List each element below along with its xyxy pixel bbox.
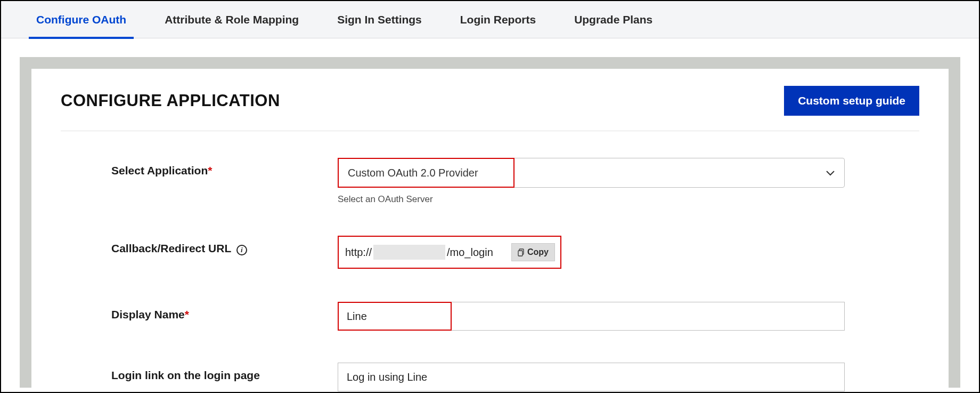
configure-application-card: CONFIGURE APPLICATION Custom setup guide… [31,69,949,389]
callback-url-box: http:// /mo_login Copy [338,236,561,269]
copy-icon [518,248,525,256]
info-icon[interactable]: i [236,245,247,255]
select-application-value: Custom OAuth 2.0 Provider [348,167,478,179]
tab-upgrade-plans[interactable]: Upgrade Plans [555,1,672,38]
svg-rect-1 [518,251,522,256]
tab-configure-oauth[interactable]: Configure OAuth [17,1,145,38]
callback-url-redacted [373,245,445,260]
callback-url-suffix: /mo_login [447,246,493,259]
callback-url-label: Callback/Redirect URL i [111,242,247,254]
select-application-label: Select Application* [111,164,212,177]
copy-button[interactable]: Copy [511,243,555,261]
display-name-label: Display Name* [111,308,189,320]
page-title: CONFIGURE APPLICATION [61,91,280,110]
callback-url-prefix: http:// [345,246,372,259]
tab-attribute-role-mapping[interactable]: Attribute & Role Mapping [145,1,318,38]
custom-setup-guide-button[interactable]: Custom setup guide [784,86,919,116]
select-application-dropdown[interactable]: Custom OAuth 2.0 Provider [338,158,845,188]
display-name-input[interactable] [338,302,845,331]
chevron-down-icon [826,167,835,179]
tab-sign-in-settings[interactable]: Sign In Settings [318,1,441,38]
tabs-bar: Configure OAuth Attribute & Role Mapping… [1,1,979,38]
tab-login-reports[interactable]: Login Reports [441,1,555,38]
login-link-label: Login link on the login page [111,369,260,381]
login-link-input[interactable]: Log in using Line [338,363,845,391]
select-application-helper: Select an OAuth Server [338,194,845,205]
